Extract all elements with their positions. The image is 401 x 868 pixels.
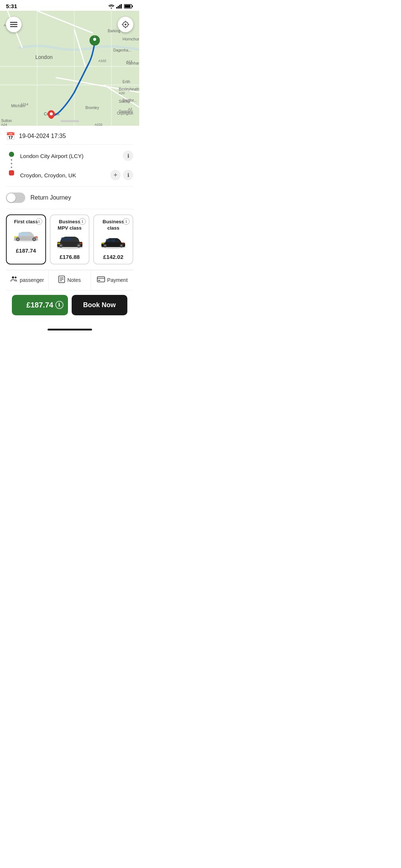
notes-icon	[58, 276, 65, 285]
svg-rect-74	[67, 237, 72, 241]
bottom-tabs: passenger Notes Payment	[6, 270, 133, 290]
business-class-car-image	[98, 234, 128, 249]
tab-passenger-label: passenger	[20, 277, 44, 283]
book-now-label: Book Now	[83, 301, 116, 309]
business-mpv-car-image	[55, 234, 85, 249]
svg-rect-89	[101, 243, 104, 244]
destination-info-button[interactable]: ℹ	[123, 170, 133, 180]
svg-point-68	[33, 238, 35, 240]
tab-notes[interactable]: Notes	[49, 270, 91, 290]
map-container: A12 A1 A102 A20 A2 A24 A232 A214 A13 Lon…	[0, 11, 139, 126]
business-mpv-price: £176.88	[53, 254, 86, 260]
origin-dot	[9, 152, 14, 157]
svg-text:Bromley: Bromley	[85, 106, 99, 110]
first-class-info-button[interactable]: ℹ	[36, 218, 42, 225]
signal-icon	[116, 4, 122, 9]
return-journey-toggle[interactable]	[6, 193, 25, 203]
payment-svg-icon	[97, 276, 105, 282]
svg-rect-98	[97, 278, 105, 279]
svg-rect-90	[122, 243, 125, 244]
svg-rect-80	[79, 243, 82, 244]
origin-text: London City Airport (LCY)	[20, 153, 123, 159]
status-time: 5:31	[6, 3, 17, 9]
svg-text:Barking: Barking	[108, 29, 120, 33]
svg-rect-6	[132, 6, 133, 7]
svg-rect-64	[24, 233, 28, 236]
svg-point-51	[50, 112, 53, 115]
svg-rect-53	[10, 24, 17, 25]
svg-point-78	[78, 244, 79, 246]
svg-point-76	[60, 244, 62, 246]
svg-rect-84	[111, 239, 115, 242]
bottom-sheet: 📅 19-04-2024 17:35 London City Airport (…	[0, 122, 139, 326]
svg-point-91	[12, 276, 14, 279]
hamburger-icon	[10, 22, 17, 27]
calendar-icon: 📅	[6, 132, 15, 141]
svg-rect-2	[118, 6, 119, 9]
svg-text:Bexleyheath: Bexleyheath	[119, 87, 139, 91]
price-info-circle-icon: ℹ	[55, 301, 63, 309]
svg-rect-69	[14, 236, 17, 238]
svg-rect-52	[10, 22, 17, 23]
return-journey-section[interactable]: Return Journey	[6, 187, 133, 209]
svg-point-66	[17, 238, 19, 240]
svg-text:A24: A24	[1, 123, 7, 126]
svg-rect-97	[97, 277, 105, 282]
status-bar: 5:31	[0, 0, 139, 11]
tab-payment[interactable]: Payment	[91, 270, 133, 290]
car-card-business-class[interactable]: ℹ Business class £142.02	[93, 214, 133, 264]
route-section: London City Airport (LCY) ℹ Croydon, Cro…	[6, 145, 133, 187]
svg-point-49	[93, 38, 96, 41]
map-drag-handle	[61, 120, 79, 122]
svg-point-86	[104, 244, 106, 246]
svg-rect-3	[119, 5, 120, 9]
car-classes-section: ℹ First class £187.74 ℹ Business MPV cla	[6, 209, 133, 270]
datetime-row[interactable]: 📅 19-04-2024 17:35	[6, 128, 133, 145]
tab-passenger[interactable]: passenger	[6, 270, 49, 290]
svg-point-56	[125, 24, 127, 26]
svg-text:Erith: Erith	[123, 80, 130, 84]
add-waypoint-button[interactable]: +	[110, 170, 121, 180]
wifi-icon	[108, 4, 114, 9]
svg-rect-70	[35, 236, 38, 238]
svg-rect-99	[98, 280, 100, 281]
book-now-button[interactable]: Book Now	[72, 295, 128, 315]
home-bar	[48, 329, 92, 331]
svg-text:Mitcham: Mitcham	[11, 104, 25, 108]
price-display: £187.74	[26, 301, 53, 309]
svg-text:Orpington: Orpington	[117, 111, 133, 115]
home-indicator	[0, 326, 139, 333]
toggle-knob	[7, 193, 16, 202]
battery-icon	[124, 4, 133, 9]
car-card-first-class[interactable]: ℹ First class £187.74	[6, 214, 46, 264]
first-class-car-image	[11, 228, 41, 243]
return-journey-label: Return Journey	[30, 194, 71, 201]
svg-rect-1	[116, 7, 117, 9]
svg-text:Sidcup: Sidcup	[119, 99, 130, 103]
svg-point-92	[15, 276, 17, 278]
destination-text: Croydon, Croydon, UK	[20, 172, 110, 178]
svg-text:Sutton: Sutton	[1, 119, 12, 123]
tab-payment-label: Payment	[107, 277, 128, 283]
car-card-business-mpv[interactable]: ℹ Business MPV class £176.88	[50, 214, 90, 264]
location-button[interactable]	[118, 17, 133, 32]
svg-text:London: London	[35, 54, 53, 60]
menu-button[interactable]	[6, 17, 22, 32]
svg-text:Dagenha...: Dagenha...	[113, 48, 131, 52]
route-connector	[11, 157, 12, 170]
business-class-price: £142.02	[97, 254, 130, 260]
svg-rect-79	[57, 243, 60, 244]
datetime-text: 19-04-2024 17:35	[19, 133, 66, 139]
payment-icon	[97, 276, 105, 284]
business-class-info-button[interactable]: ℹ	[123, 218, 130, 225]
svg-rect-54	[10, 26, 17, 27]
svg-rect-7	[125, 5, 131, 7]
svg-rect-4	[121, 4, 122, 9]
origin-info-button[interactable]: ℹ	[123, 151, 133, 161]
passenger-icon	[10, 276, 17, 285]
location-target-icon	[122, 21, 129, 28]
passengers-svg-icon	[10, 276, 17, 283]
svg-rect-83	[106, 239, 110, 242]
price-info-button[interactable]: £187.74 ℹ	[12, 295, 68, 315]
svg-text:A20: A20	[119, 91, 125, 95]
